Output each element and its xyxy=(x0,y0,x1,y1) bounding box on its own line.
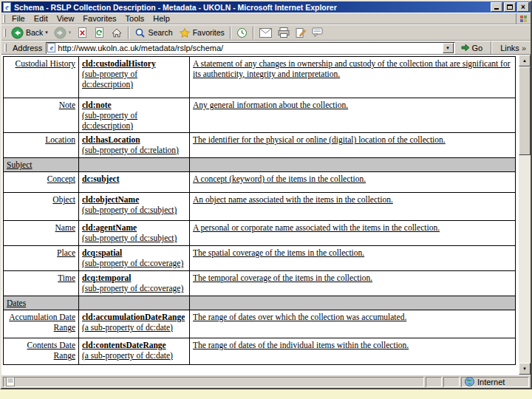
history-clock-icon xyxy=(236,27,248,38)
section-cell xyxy=(79,296,190,310)
toolbar-grip[interactable] xyxy=(4,29,6,37)
term-description: The temporal coverage of the items in th… xyxy=(193,273,372,282)
addressbar-grip[interactable] xyxy=(4,44,7,52)
term-description: An object name associated with the items… xyxy=(193,195,393,204)
table-row: Place dcq:spatial(sub-property of dc:cov… xyxy=(4,246,516,271)
url-text: http://www.ukoln.ac.uk/metadata/rslp/sch… xyxy=(58,44,440,52)
term-description: The range of dates over which the collec… xyxy=(193,313,406,321)
table-row: Location cld:hasLocation(sub-property of… xyxy=(4,133,516,158)
minimize-icon xyxy=(494,8,499,10)
element-qualifier: (sub-property of dc:relation) xyxy=(82,145,186,155)
term-description: A concept (keyword) of the items in the … xyxy=(193,174,366,183)
term-label[interactable]: Name xyxy=(55,223,75,232)
print-button[interactable] xyxy=(275,27,293,38)
history-button[interactable] xyxy=(233,27,250,39)
section-label: Subject xyxy=(7,160,33,169)
term-label[interactable]: Note xyxy=(59,100,75,109)
scrollbar-thumb[interactable] xyxy=(519,66,531,155)
links-label: Links xyxy=(500,44,519,52)
status-page-icon xyxy=(6,377,15,386)
term-label[interactable]: Accumulation Date Range xyxy=(9,313,75,332)
mail-icon xyxy=(259,28,272,38)
menu-view[interactable]: View xyxy=(52,13,79,24)
search-icon xyxy=(134,27,146,38)
close-button[interactable]: × xyxy=(517,2,529,12)
status-panel xyxy=(443,377,460,387)
section-cell xyxy=(190,158,516,172)
browser-viewport: Custodial History cld:custodialHistory(s… xyxy=(1,55,531,375)
vertical-scrollbar[interactable]: ▲ ▼ xyxy=(519,55,531,375)
term-label[interactable]: Location xyxy=(45,135,75,144)
forward-caret-icon: ▾ xyxy=(69,30,72,35)
scroll-up-button[interactable]: ▲ xyxy=(519,55,531,66)
minimize-button[interactable] xyxy=(491,2,502,12)
menu-favorites[interactable]: Favorites xyxy=(78,13,120,24)
toolbar-separator xyxy=(128,27,129,39)
go-arrow-icon xyxy=(461,44,470,52)
term-label[interactable]: Custodial History xyxy=(16,59,75,68)
browser-window: e Schema - RSLP Collection Description -… xyxy=(0,0,532,389)
mail-button[interactable] xyxy=(256,27,275,38)
forward-icon xyxy=(54,27,66,39)
term-description: The identifier for the physical or onlin… xyxy=(193,135,446,144)
ie-logo-glyph: e xyxy=(50,44,53,52)
term-label[interactable]: Time xyxy=(58,273,75,282)
element-name: cld:note xyxy=(82,100,112,109)
maximize-button[interactable] xyxy=(504,2,516,12)
term-label[interactable]: Concept xyxy=(47,174,75,183)
discuss-button[interactable] xyxy=(309,27,327,38)
address-input[interactable]: e http://www.ukoln.ac.uk/metadata/rslp/s… xyxy=(46,42,454,54)
forward-button[interactable]: ▾ xyxy=(51,26,75,40)
search-label: Search xyxy=(148,28,172,37)
section-cell xyxy=(79,158,190,172)
back-caret-icon: ▾ xyxy=(45,30,48,35)
element-name: dcq:temporal xyxy=(82,273,131,282)
links-button[interactable]: Links » xyxy=(498,44,528,52)
search-button[interactable]: Search xyxy=(132,27,175,39)
term-label[interactable]: Place xyxy=(57,248,75,257)
table-row: Contents Date Range cld:contentsDateRang… xyxy=(4,338,516,365)
section-row: Dates xyxy=(4,296,516,310)
table-row: Concept dc:subject A concept (keyword) o… xyxy=(4,172,516,193)
element-name: cld:hasLocation xyxy=(82,135,140,144)
home-button[interactable] xyxy=(108,27,126,39)
element-qualifier: (sub-property of dc:subject) xyxy=(82,233,186,243)
back-label: Back xyxy=(26,28,43,37)
section-cell xyxy=(190,296,516,310)
menu-help[interactable]: Help xyxy=(149,13,174,24)
term-label[interactable]: Object xyxy=(52,195,75,204)
status-bar: Internet xyxy=(1,375,531,388)
address-dropdown-button[interactable]: ▼ xyxy=(443,43,454,53)
menu-edit[interactable]: Edit xyxy=(30,13,52,24)
stop-button[interactable] xyxy=(74,26,91,39)
page-icon: e xyxy=(47,43,55,52)
go-label: Go xyxy=(472,44,483,52)
internet-globe-icon xyxy=(465,377,474,386)
menu-file[interactable]: File xyxy=(7,13,30,24)
term-label[interactable]: Contents Date Range xyxy=(27,341,75,360)
element-qualifier: (a sub-property of dc:date) xyxy=(82,350,186,361)
menubar-grip[interactable] xyxy=(3,15,5,23)
go-button[interactable]: Go xyxy=(459,44,485,52)
toolbar-separator xyxy=(253,27,254,39)
term-description: Any general information about the collec… xyxy=(193,100,348,109)
menu-bar: File Edit View Favorites Tools Help xyxy=(1,13,531,24)
table-row: Time dcq:temporal(sub-property of dc:cov… xyxy=(4,271,516,296)
scroll-up-icon: ▲ xyxy=(522,58,527,63)
standard-toolbar: Back ▾ ▾ Search Favorites xyxy=(1,24,531,41)
schema-table: Custodial History cld:custodialHistory(s… xyxy=(3,56,516,365)
edit-button[interactable] xyxy=(293,27,309,39)
web-page: Custodial History cld:custodialHistory(s… xyxy=(1,55,519,375)
refresh-button[interactable] xyxy=(91,26,108,39)
back-button[interactable]: Back ▾ xyxy=(8,26,51,40)
addressbar-separator xyxy=(491,41,492,54)
favorites-star-icon xyxy=(179,27,191,38)
menu-tools[interactable]: Tools xyxy=(121,13,149,24)
section-row: Subject xyxy=(4,158,516,172)
print-icon xyxy=(278,27,290,38)
scroll-down-button[interactable]: ▼ xyxy=(519,363,531,375)
element-name: cld:agentName xyxy=(82,223,137,232)
element-qualifier: (a sub-property of dc:date) xyxy=(82,322,186,332)
ie-logo-glyph: e xyxy=(5,4,8,11)
favorites-button[interactable]: Favorites xyxy=(176,27,228,39)
